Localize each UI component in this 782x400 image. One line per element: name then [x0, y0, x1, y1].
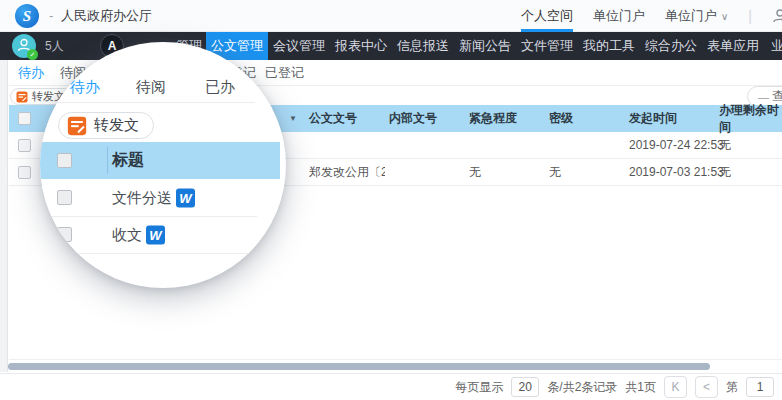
page-prefix: 第 [726, 379, 738, 396]
records-text: 条/共2条记录 [547, 379, 617, 396]
magnifier-overlay: 待办 待阅 已办 转发文 标题 文件分送W 收文W [40, 42, 286, 288]
content-bottom-border [9, 359, 782, 360]
cell-secrecy: 无 [545, 164, 625, 181]
nav-item-info-submit[interactable]: 信息报送 [392, 32, 454, 60]
magnifier-row[interactable]: 文件分送W [40, 179, 286, 216]
forward-doc-icon [16, 91, 28, 103]
cell-start-time: 2019-07-24 22:53 [625, 138, 715, 152]
link-personal-space[interactable]: 个人空间 [521, 0, 573, 32]
magnifier-tab-done[interactable]: 已办 [205, 78, 235, 97]
tab-registered[interactable]: 已登记 [265, 60, 304, 86]
col-start-time: 发起时间 [625, 110, 715, 127]
titlebar-links: 个人空间 单位门户 单位门户∨ | [521, 0, 782, 32]
magnifier-header-divider [107, 147, 108, 174]
magnifier-col-title: 标题 [112, 150, 144, 171]
pagination-bar: 每页显示 条/共2条记录 共1页 K < 第 页 [0, 373, 782, 400]
user-icon[interactable] [772, 8, 782, 24]
magnifier-tab-toread[interactable]: 待阅 [136, 78, 166, 97]
select-all-checkbox[interactable] [18, 112, 31, 125]
magnifier-tab-todo[interactable]: 待办 [70, 78, 100, 97]
page-number-input[interactable] [746, 377, 774, 397]
magnifier-row[interactable]: 收文W [40, 216, 286, 253]
link-unit-portal-1[interactable]: 单位门户 [593, 0, 645, 32]
nav-items: 管理 公文管理 会议管理 报表中心 信息报送 新闻公告 文件管理 我的工具 综合… [176, 32, 782, 60]
user-count: 5人 [45, 32, 64, 60]
col-internal-no: 内部文号 [385, 110, 465, 127]
tab-todo[interactable]: 待办 [18, 60, 44, 86]
title-separator: - [49, 0, 53, 32]
cell-start-time: 2019-07-03 21:53 [625, 165, 715, 179]
nav-item-report-center[interactable]: 报表中心 [330, 32, 392, 60]
col-secrecy: 密级 [545, 110, 625, 127]
cell-remaining: 无 [715, 137, 781, 154]
nav-item-news[interactable]: 新闻公告 [454, 32, 516, 60]
left-gutter [0, 60, 8, 372]
first-page-button[interactable]: K [664, 376, 687, 398]
nav-item-file-mgmt[interactable]: 文件管理 [516, 32, 578, 60]
link-unit-portal-2[interactable]: 单位门户∨ [665, 0, 728, 32]
total-pages-text: 共1页 [625, 379, 656, 396]
row-checkbox[interactable] [18, 166, 31, 179]
nav-item-meeting-mgmt[interactable]: 会议管理 [268, 32, 330, 60]
nav-item-my-tools[interactable]: 我的工具 [578, 32, 640, 60]
horizontal-scrollbar[interactable] [8, 363, 710, 370]
magnifier-row-checkbox[interactable] [57, 227, 72, 242]
row-checkbox[interactable] [18, 139, 31, 152]
online-check-icon: ✓ [27, 49, 38, 60]
word-file-icon: W [146, 225, 165, 244]
per-page-input[interactable] [511, 377, 539, 397]
magnifier-doc-title-link[interactable]: 收文 [112, 225, 142, 244]
magnifier-doc-title-link[interactable]: 文件分送 [112, 188, 172, 207]
col-remaining: 办理剩余时间 [715, 102, 781, 136]
per-page-label: 每页显示 [455, 379, 503, 396]
avatar[interactable]: ✓ [12, 34, 36, 58]
nav-item-form-app[interactable]: 表单应用 [702, 32, 764, 60]
page-title: 人民政府办公厅 [61, 0, 152, 32]
link-unit-portal-2-label: 单位门户 [665, 8, 717, 23]
titlebar-divider: | [748, 8, 752, 24]
cell-remaining: 无 [715, 164, 781, 181]
magnifier-forward-doc-label: 转发文 [94, 116, 139, 135]
magnifier-tab-divider [55, 102, 255, 103]
col-urgency: 紧急程度 [465, 110, 545, 127]
nav-item-general-office[interactable]: 综合办公 [640, 32, 702, 60]
forward-doc-icon [67, 116, 87, 136]
titlebar: S - 人民政府办公厅 个人空间 单位门户 单位门户∨ | [0, 0, 782, 32]
cell-urgency: 无 [465, 164, 545, 181]
magnifier-select-all-checkbox[interactable] [57, 153, 72, 168]
col-doc-no: 公文文号 [305, 110, 385, 127]
column-filter-caret-icon[interactable]: ▼ [289, 114, 297, 123]
nav-item-business[interactable]: 业 [764, 32, 782, 60]
app-logo-icon: S [15, 4, 39, 28]
magnifier-forward-doc-button[interactable]: 转发文 [58, 112, 154, 139]
prev-page-button[interactable]: < [695, 376, 718, 398]
chevron-down-icon: ∨ [721, 11, 728, 22]
word-file-icon: W [176, 188, 195, 207]
magnifier-table-header: 标题 [40, 142, 280, 179]
magnifier-row-checkbox[interactable] [57, 190, 72, 205]
cell-doc-no: 郑发改公用〔201... [305, 164, 385, 181]
magnifier-row-divider [60, 253, 250, 254]
